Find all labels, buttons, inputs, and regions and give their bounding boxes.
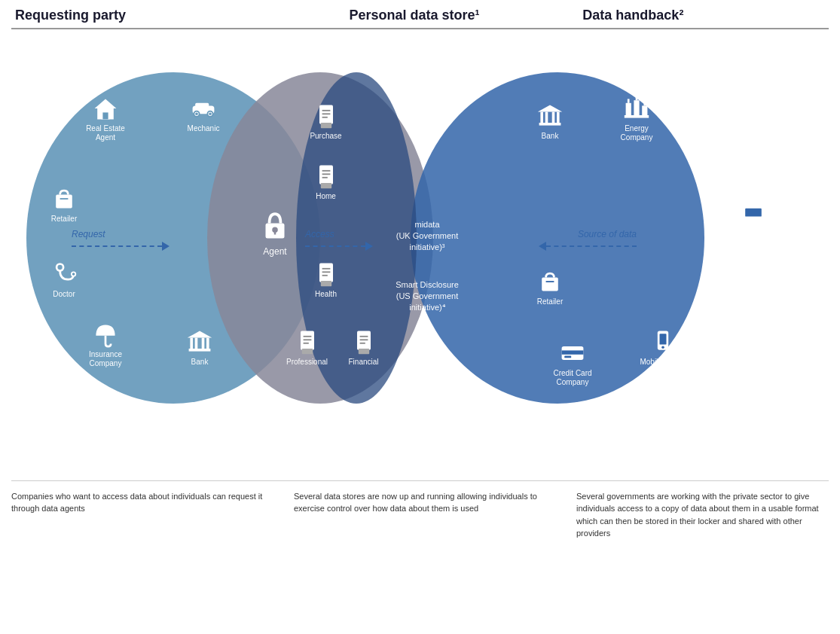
svg-rect-27: [319, 165, 333, 184]
svg-rect-42: [357, 331, 371, 349]
header: Requesting party Personal data store¹ Da…: [11, 8, 829, 28]
icon-professional: Professional: [283, 328, 331, 367]
svg-rect-46: [358, 349, 368, 354]
svg-rect-66: [722, 125, 747, 127]
svg-rect-21: [274, 230, 276, 234]
main-container: Requesting party Personal data store¹ Da…: [0, 0, 840, 634]
icon-technology: TechnologyCompany: [719, 200, 787, 248]
icon-insurance: InsuranceCompany: [79, 321, 132, 368]
icon-agent: Agent: [245, 206, 305, 257]
svg-rect-55: [642, 105, 647, 116]
icon-real-estate: Real EstateAgent: [79, 95, 132, 142]
label-hospital: Hospital: [736, 297, 763, 306]
svg-rect-64: [741, 110, 744, 122]
label-bank-right: Bank: [542, 132, 559, 141]
svg-point-7: [209, 112, 212, 115]
svg-rect-32: [319, 263, 333, 282]
svg-point-6: [195, 112, 198, 115]
label-mobile: Mobile PhoneProvider: [640, 358, 686, 376]
icon-government: Government: [704, 102, 765, 141]
svg-rect-77: [660, 334, 667, 344]
svg-marker-13: [188, 331, 212, 337]
header-col-2: Personal data store¹: [261, 8, 538, 23]
svg-rect-75: [739, 279, 761, 283]
label-retailer-left: Retailer: [51, 215, 77, 224]
access-arrow-label: Access: [305, 229, 373, 251]
svg-rect-51: [557, 111, 560, 122]
svg-rect-22: [319, 105, 333, 123]
label-technology: TechnologyCompany: [735, 230, 773, 248]
icon-bank-right: Bank: [524, 102, 576, 141]
svg-rect-41: [301, 349, 312, 354]
svg-rect-52: [539, 123, 561, 126]
label-financial: Financial: [348, 358, 378, 367]
label-retailer-right: Retailer: [537, 297, 563, 306]
svg-marker-47: [538, 105, 562, 111]
footer-col-2: Several data stores are now up and runni…: [294, 490, 546, 540]
svg-point-10: [57, 264, 63, 270]
svg-rect-68: [745, 208, 762, 216]
icon-retailer-right: Retailer: [524, 268, 576, 306]
icon-hospital: Hospital: [719, 268, 780, 306]
svg-rect-53: [626, 102, 631, 116]
svg-rect-56: [625, 115, 649, 118]
svg-point-12: [72, 273, 75, 276]
diagram-area: Real EstateAgent Mechanic Retailer: [11, 35, 829, 479]
request-arrow-label: Request: [72, 229, 170, 251]
label-real-estate: Real EstateAgent: [86, 124, 125, 142]
label-home: Home: [316, 192, 336, 201]
footer-col-1: Companies who want to access data about …: [11, 490, 264, 540]
icon-health: Health: [301, 261, 350, 299]
source-arrow-label: Source of data: [539, 229, 637, 251]
svg-rect-1: [102, 112, 108, 119]
svg-marker-60: [722, 105, 747, 110]
svg-rect-65: [724, 123, 746, 126]
svg-rect-14: [190, 337, 193, 348]
svg-rect-70: [745, 221, 762, 222]
label-health: Health: [315, 290, 337, 299]
icon-mechanic: Mechanic: [177, 95, 230, 133]
svg-rect-69: [748, 219, 759, 221]
svg-rect-26: [320, 123, 331, 128]
icon-financial: Financial: [339, 328, 388, 367]
overlap-smart: Smart Disclosure(US Governmentinitiative…: [371, 279, 484, 314]
label-agent: Agent: [263, 246, 286, 257]
icon-energy: EnergyCompany: [606, 95, 667, 142]
header-col-3: Data handback²: [537, 8, 829, 23]
label-insurance: InsuranceCompany: [89, 350, 122, 368]
label-government: Government: [713, 132, 755, 141]
icon-home: Home: [301, 163, 350, 201]
icon-retailer-left: Retailer: [38, 185, 90, 224]
svg-rect-17: [206, 337, 209, 348]
header-divider: [11, 28, 829, 29]
svg-rect-3: [195, 102, 209, 108]
svg-rect-50: [552, 111, 555, 122]
svg-rect-48: [540, 111, 543, 122]
icon-purchase: Purchase: [301, 102, 350, 141]
svg-point-78: [661, 346, 664, 349]
footer: Companies who want to access data about …: [11, 480, 829, 540]
icon-credit-card: Credit CardCompany: [539, 340, 606, 387]
svg-rect-63: [737, 110, 740, 122]
svg-rect-36: [320, 281, 331, 286]
label-professional: Professional: [286, 358, 328, 367]
svg-rect-15: [195, 337, 198, 348]
label-energy: EnergyCompany: [621, 124, 653, 142]
footer-col-3: Several governments are working with the…: [576, 490, 829, 540]
icon-bank-left: Bank: [173, 328, 226, 367]
svg-rect-62: [730, 110, 733, 122]
label-purchase: Purchase: [310, 132, 341, 141]
svg-rect-16: [202, 337, 205, 348]
label-mechanic: Mechanic: [188, 124, 220, 133]
label-credit-card: Credit CardCompany: [553, 369, 591, 387]
icon-doctor: Doctor: [38, 261, 90, 299]
svg-rect-54: [634, 100, 639, 117]
overlap-midata: midata(UK Governmentinitiative)³: [378, 219, 476, 254]
icon-mobile: Mobile PhoneProvider: [629, 328, 697, 376]
svg-rect-71: [542, 277, 558, 291]
svg-rect-8: [56, 194, 72, 208]
label-doctor: Doctor: [53, 290, 75, 299]
svg-rect-49: [545, 111, 548, 122]
svg-rect-18: [189, 349, 211, 352]
header-col-1: Requesting party: [11, 8, 261, 23]
